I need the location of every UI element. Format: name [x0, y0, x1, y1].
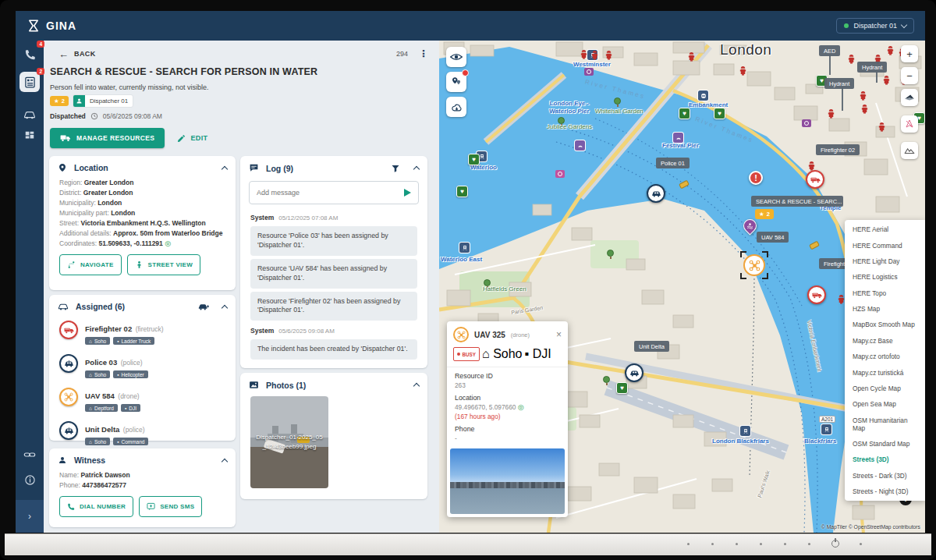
firetruck-marker[interactable]: [807, 285, 826, 304]
layer-option[interactable]: Open Cycle Map: [845, 381, 925, 396]
sidebar-item-resources[interactable]: [20, 105, 40, 126]
sidebar-item-dashboard[interactable]: [20, 126, 40, 146]
witness-phone: 447386472577: [82, 481, 126, 489]
layer-option[interactable]: Open Sea Map: [845, 396, 925, 412]
tree-icon: [614, 97, 621, 107]
pencil-icon: [177, 134, 186, 143]
aed-marker: ♥: [679, 108, 690, 119]
layer-option[interactable]: HERE Command: [845, 237, 925, 253]
map-incident-label[interactable]: SEARCH & RESCUE - SEARC...: [751, 196, 843, 207]
sidebar-item-calls[interactable]: 4: [20, 44, 40, 65]
back-arrow-icon[interactable]: ←: [58, 48, 69, 60]
monitor-bezel: GINA Dispatcher 01 4 2: [0, 0, 936, 560]
layers-visibility-button[interactable]: [446, 47, 466, 67]
station-icon: [740, 426, 750, 436]
target-icon[interactable]: ◎: [165, 239, 171, 247]
incident-title: SEARCH & RESCUE - SEARCH FOR PERSON IN W…: [50, 66, 317, 77]
collapse-icon[interactable]: [222, 458, 228, 464]
location-age: (167 hours ago): [447, 411, 568, 420]
more-menu-icon[interactable]: ⋮: [419, 48, 428, 59]
model-tag: ▪Command: [113, 438, 148, 445]
map-resource-label[interactable]: Firefighter 02: [816, 144, 860, 155]
poi-markers-button[interactable]: [446, 72, 466, 92]
brand: GINA: [27, 19, 76, 33]
follow-position-button[interactable]: [901, 115, 918, 133]
manage-resources-button[interactable]: MANAGE RESOURCES: [50, 128, 165, 148]
tilt-compass-button[interactable]: [901, 89, 918, 106]
location-card: Location Region: Greater London District…: [49, 156, 236, 290]
edit-button[interactable]: EDIT: [177, 134, 207, 143]
assigned-row[interactable]: Unit Delta (police) ⌂Soho ▪Command: [49, 416, 236, 450]
sms-icon: [147, 502, 155, 511]
layer-option[interactable]: Mapy.cz turistická: [845, 364, 925, 380]
collapse-icon[interactable]: [413, 383, 420, 389]
close-icon[interactable]: ×: [556, 329, 562, 340]
hydrant-marker: [827, 108, 835, 122]
layer-option[interactable]: Mapy.cz ortofoto: [845, 349, 925, 364]
map-resource-label[interactable]: UAV 584: [757, 232, 789, 243]
layer-option[interactable]: HERE Logistics: [845, 269, 925, 285]
assigned-row[interactable]: Firefighter 02 (firetruck) ⌂Soho ▪Ladder…: [49, 316, 236, 349]
filter-icon[interactable]: [391, 164, 400, 173]
drone-icon: [59, 388, 78, 406]
tree-icon: [603, 376, 610, 385]
resource-type: (firetruck): [136, 325, 164, 333]
dial-number-button[interactable]: DIAL NUMBER: [59, 496, 133, 517]
layer-option[interactable]: Streets - Dark (3D): [845, 468, 925, 484]
sidebar-item-links[interactable]: [20, 445, 40, 465]
street-view-button[interactable]: STREET VIEW: [127, 254, 201, 275]
log-message-input[interactable]: [257, 189, 404, 197]
zoom-in-button[interactable]: +: [901, 45, 918, 62]
layer-option[interactable]: HERE Light Day: [845, 253, 925, 269]
map-resource-label[interactable]: Police 01: [656, 158, 690, 168]
sidebar-item-incidents[interactable]: 2: [20, 72, 40, 92]
sidebar-item-info[interactable]: [20, 470, 40, 490]
layer-option-selected[interactable]: Streets (3D): [845, 452, 925, 467]
hydrant-marker: [860, 103, 869, 117]
assigned-row[interactable]: Police 03 (police) ⌂Soho ▪Helicopter: [49, 349, 236, 383]
terrain-button[interactable]: [901, 142, 918, 159]
layer-option[interactable]: HZS Map: [845, 301, 925, 317]
drone-camera-photo[interactable]: [450, 448, 565, 514]
layer-option[interactable]: OSM Standard Map: [845, 436, 925, 452]
offline-maps-button[interactable]: [446, 97, 466, 117]
firetruck-marker[interactable]: [806, 170, 824, 189]
map[interactable]: London Westminster Whitehall Garden Lond…: [439, 41, 925, 533]
zoom-out-button[interactable]: −: [901, 67, 918, 84]
navigate-button[interactable]: NAVIGATE: [59, 254, 122, 275]
model-tag: ▪DJI: [121, 404, 140, 412]
user-menu[interactable]: Dispatcher 01: [836, 18, 914, 34]
map-station-label: Festival Pier: [662, 142, 699, 149]
log-author: System: [250, 214, 274, 222]
layer-option[interactable]: Streets - Night (3D): [845, 484, 925, 499]
send-sms-button[interactable]: SEND SMS: [139, 496, 202, 517]
layer-option[interactable]: HERE Topo: [845, 285, 925, 301]
map-resource-label[interactable]: Unit Delta: [634, 341, 669, 352]
collapse-icon[interactable]: [222, 165, 228, 172]
cloud-download-icon: [451, 102, 463, 112]
back-button[interactable]: BACK: [74, 50, 96, 58]
chat-icon: [249, 163, 259, 173]
busy-badge: BUSY: [453, 347, 480, 361]
alert-marker[interactable]: !: [749, 171, 763, 185]
layer-option[interactable]: HERE Aerial: [845, 222, 925, 237]
dashboard-grid-icon: [24, 130, 35, 141]
photo-thumbnail[interactable]: Dispatcher_01-2025_05_12-43beeb99.jpeg: [250, 396, 328, 488]
basemap-layer-menu: HERE Aerial HERE Command HERE Light Day …: [845, 220, 925, 501]
target-icon[interactable]: ◎: [518, 403, 524, 411]
pier-icon: [575, 140, 585, 151]
collapse-icon[interactable]: [222, 304, 228, 310]
assigned-row[interactable]: UAV 584 (drone) ⌂Deptford ▪DJI: [49, 383, 236, 416]
incident-number: 294: [396, 50, 408, 58]
collapse-icon[interactable]: [413, 166, 420, 172]
selected-drone-marker[interactable]: [740, 251, 768, 279]
sidebar-expand[interactable]: ›: [16, 500, 44, 533]
police-marker[interactable]: [647, 184, 665, 203]
assign-vehicle-icon[interactable]: [198, 303, 209, 311]
layer-option[interactable]: Mapy.cz Base: [845, 333, 925, 349]
map-station-label: London Eye - Waterloo Pier: [542, 100, 597, 115]
layer-option[interactable]: OSM Humanitarian Map: [845, 413, 925, 436]
police-marker[interactable]: [625, 363, 644, 382]
send-icon[interactable]: [404, 189, 411, 197]
layer-option[interactable]: MapBox Smooth Map: [845, 317, 925, 332]
